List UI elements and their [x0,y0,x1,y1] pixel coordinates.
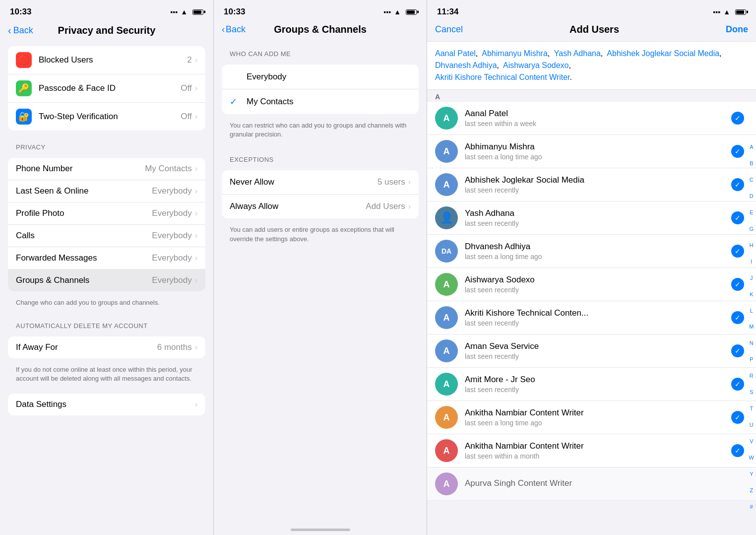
back-button-2[interactable]: ‹ Back [222,24,246,35]
contact-status-ankitha2: last seen within a month [465,452,731,460]
alpha-hash[interactable]: # [750,504,753,510]
contact-item-abhimanyu[interactable]: A Abhimanyu Mishra last seen a long time… [427,135,756,168]
phone-number-label: Phone Number [16,164,145,174]
calls-item[interactable]: Calls Everybody › [8,225,205,247]
cancel-button[interactable]: Cancel [435,24,463,35]
contact-item-akriti[interactable]: A Akriti Kishore Technical Conten... las… [427,301,756,334]
alpha-g[interactable]: G [750,226,754,232]
alpha-r[interactable]: R [750,373,754,379]
never-allow-value: 5 users [378,177,405,187]
contact-info-apurva: Apurva Singh Content Writer [465,478,748,489]
checkmark-aman: ✓ [731,344,744,357]
chevron-icon-exc1: › [408,178,411,187]
alpha-v[interactable]: V [750,439,753,444]
contact-item-aman[interactable]: A Aman Seva Service last seen recently ✓ [427,334,756,368]
chevron-icon-2: › [195,187,197,196]
checkmark-amit: ✓ [731,378,744,391]
my-contacts-check: ✓ [230,96,240,107]
if-away-item[interactable]: If Away For 6 months › [8,336,205,358]
phone-number-item[interactable]: Phone Number My Contacts › [8,158,205,180]
two-step-item[interactable]: 🔐 Two-Step Verification Off › [8,103,205,131]
contact-item-apurva[interactable]: A Apurva Singh Content Writer [427,468,756,501]
contact-name-abhimanyu: Abhimanyu Mishra [465,142,731,152]
alpha-y[interactable]: Y [750,471,753,477]
contact-item-aanal[interactable]: A Aanal Patel last seen within a week ✓ [427,102,756,135]
contact-status-akriti: last seen recently [465,319,731,327]
selected-tag-2: Abhimanyu Mishra [482,49,548,58]
nav-bar-2: ‹ Back Groups & Channels [214,21,427,41]
status-icons-3: ▪▪▪ ▲ [713,8,746,16]
forwarded-value: Everybody [152,253,191,263]
alpha-z[interactable]: Z [750,488,753,493]
alpha-m[interactable]: M [749,324,754,330]
forwarded-messages-item[interactable]: Forwarded Messages Everybody › [8,247,205,269]
if-away-label: If Away For [16,342,157,352]
alpha-i[interactable]: I [751,259,752,265]
alpha-s[interactable]: S [750,390,753,395]
alpha-u[interactable]: U [750,422,754,428]
alpha-n[interactable]: N [750,340,754,346]
passcode-icon: 🔑 [16,80,32,96]
done-button[interactable]: Done [726,24,748,35]
contact-item-yash[interactable]: 👤 Yash Adhana last seen recently ✓ [427,201,756,235]
panel-privacy-security: 10:33 ▪▪▪ ▲ ‹ Back Privacy and Security … [0,0,213,535]
who-can-list: Everybody ✓ My Contacts [222,65,419,114]
blocked-users-icon: 🚫 [16,52,32,68]
alpha-a[interactable]: A [750,144,753,150]
groups-channels-item[interactable]: Groups & Channels Everybody › [8,269,205,291]
contact-info-aishwarya: Aishwarya Sodexo last seen recently [465,275,731,294]
chevron-right-icon-3: › [195,112,197,121]
avatar-aman: A [435,339,458,362]
alpha-j[interactable]: J [750,275,753,281]
alpha-l[interactable]: L [750,308,753,314]
my-contacts-option[interactable]: ✓ My Contacts [222,89,419,114]
panel-add-users: 11:34 ▪▪▪ ▲ Cancel Add Users Done Aanal … [427,0,756,535]
alpha-w[interactable]: W [749,455,754,461]
home-indicator [291,529,350,531]
back-button-1[interactable]: ‹ Back [8,25,33,36]
two-step-icon: 🔐 [16,109,32,125]
never-allow-label: Never Allow [230,177,378,187]
profile-photo-item[interactable]: Profile Photo Everybody › [8,202,205,225]
always-allow-item[interactable]: Always Allow Add Users › [222,195,419,218]
contact-status-dhvanesh: last seen a long time ago [465,253,731,261]
alpha-p[interactable]: P [750,357,753,362]
alpha-index[interactable]: A B C D E G H I J K L M N P R S T U V W … [749,139,754,515]
avatar-apurva: A [435,472,458,495]
exceptions-footer: You can add users or entire groups as ex… [214,222,427,251]
contact-item-dhvanesh[interactable]: DA Dhvanesh Adhiya last seen a long time… [427,235,756,268]
alpha-k[interactable]: K [750,292,753,297]
avatar-amit: A [435,373,458,396]
profile-photo-value: Everybody [152,208,191,218]
alpha-d[interactable]: D [750,194,754,199]
avatar-aishwarya: A [435,273,458,296]
alpha-b[interactable]: B [750,161,753,166]
contact-name-aishwarya: Aishwarya Sodexo [465,275,731,285]
contact-item-amit[interactable]: A Amit More - Jr Seo last seen recently … [427,368,756,401]
my-contacts-label: My Contacts [247,97,293,107]
auto-delete-list: If Away For 6 months › [8,336,205,358]
checkmark-dhvanesh: ✓ [731,245,744,258]
never-allow-item[interactable]: Never Allow 5 users › [222,170,419,195]
alpha-h[interactable]: H [750,243,754,248]
alpha-t[interactable]: T [750,406,753,411]
chevron-icon-8: › [195,400,197,409]
alpha-c[interactable]: C [750,177,754,183]
alpha-e[interactable]: E [750,210,753,215]
battery-icon-3 [735,9,746,15]
page-title-3: Add Users [569,24,619,35]
blocked-users-item[interactable]: 🚫 Blocked Users 2 › [8,46,205,74]
contact-item-ankitha2[interactable]: A Ankitha Nambiar Content Writer last se… [427,434,756,468]
last-seen-item[interactable]: Last Seen & Online Everybody › [8,180,205,202]
contact-item-ankitha1[interactable]: A Ankitha Nambiar Content Writer last se… [427,401,756,434]
checkmark-aanal: ✓ [731,112,744,125]
data-settings-item[interactable]: Data Settings › [8,394,205,415]
signal-icon-2: ▪▪▪ [383,8,391,16]
contact-status-abhishek: last seen recently [465,186,731,194]
contact-item-aishwarya[interactable]: A Aishwarya Sodexo last seen recently ✓ [427,268,756,301]
everybody-option[interactable]: Everybody [222,65,419,89]
profile-photo-label: Profile Photo [16,208,152,218]
contact-item-abhishek[interactable]: A Abhishek Joglekar Social Media last se… [427,168,756,201]
contact-name-abhishek: Abhishek Joglekar Social Media [465,175,731,185]
passcode-item[interactable]: 🔑 Passcode & Face ID Off › [8,74,205,103]
